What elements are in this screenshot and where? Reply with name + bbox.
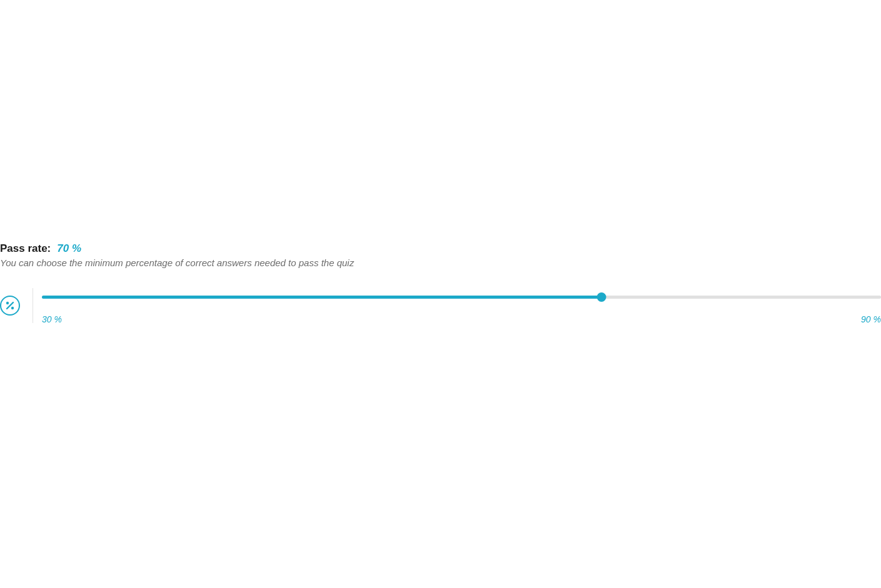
percent-icon-section bbox=[0, 288, 20, 323]
svg-point-0 bbox=[6, 302, 9, 304]
slider-track-fill bbox=[42, 296, 602, 299]
slider-thumb[interactable] bbox=[597, 292, 606, 302]
pass-rate-description: You can choose the minimum percentage of… bbox=[0, 257, 881, 268]
pass-rate-slider[interactable] bbox=[42, 292, 881, 302]
slider-min-label: 30 % bbox=[42, 314, 62, 324]
pass-rate-slider-row: 30 % 90 % bbox=[0, 288, 881, 324]
slider-section: 30 % 90 % bbox=[42, 288, 881, 324]
slider-max-label: 90 % bbox=[861, 314, 881, 324]
slider-labels: 30 % 90 % bbox=[42, 314, 881, 324]
vertical-divider bbox=[33, 288, 33, 323]
pass-rate-value: 70 % bbox=[57, 242, 81, 255]
svg-point-1 bbox=[11, 307, 14, 309]
pass-rate-header: Pass rate: 70 % bbox=[0, 242, 881, 255]
pass-rate-label: Pass rate: bbox=[0, 242, 51, 255]
percent-icon bbox=[0, 296, 20, 316]
